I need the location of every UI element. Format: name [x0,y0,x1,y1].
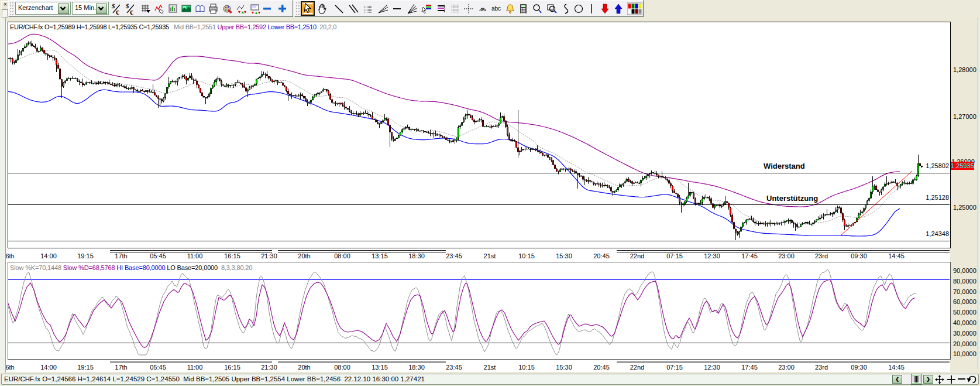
svg-text:abc: abc [491,5,501,12]
svg-text:€: € [130,9,133,15]
svg-text:$: $ [111,2,115,9]
svg-text:€: € [116,9,119,15]
svg-text:$: $ [125,2,129,9]
